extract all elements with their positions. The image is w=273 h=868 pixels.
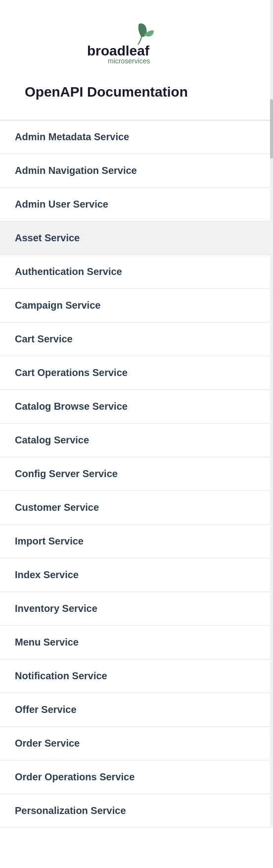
service-item-inventory[interactable]: Inventory Service [0, 592, 273, 626]
service-item-campaign[interactable]: Campaign Service [0, 289, 273, 323]
service-link-cart-operations[interactable]: Cart Operations Service [15, 367, 258, 379]
service-item-order-operations[interactable]: Order Operations Service [0, 760, 273, 794]
service-item-offer[interactable]: Offer Service [0, 693, 273, 727]
service-item-admin-user[interactable]: Admin User Service [0, 188, 273, 221]
service-link-asset[interactable]: Asset Service [15, 232, 258, 244]
service-link-order[interactable]: Order Service [15, 738, 258, 749]
service-link-catalog[interactable]: Catalog Service [15, 434, 258, 446]
service-link-offer[interactable]: Offer Service [15, 704, 258, 715]
service-link-order-operations[interactable]: Order Operations Service [15, 771, 258, 783]
logo-container: broadleaf microservices [82, 20, 191, 64]
service-link-cart[interactable]: Cart Service [15, 333, 258, 345]
service-list: Admin Metadata ServiceAdmin Navigation S… [0, 120, 273, 828]
service-item-authentication[interactable]: Authentication Service [0, 255, 273, 289]
service-item-cart-operations[interactable]: Cart Operations Service [0, 356, 273, 390]
logo-svg: broadleaf microservices [82, 20, 191, 64]
service-link-notification[interactable]: Notification Service [15, 670, 258, 682]
service-item-config-server[interactable]: Config Server Service [0, 457, 273, 491]
scrollbar-track[interactable] [270, 0, 273, 828]
service-link-catalog-browse[interactable]: Catalog Browse Service [15, 401, 258, 412]
service-link-customer[interactable]: Customer Service [15, 502, 258, 513]
service-item-customer[interactable]: Customer Service [0, 491, 273, 525]
service-item-admin-navigation[interactable]: Admin Navigation Service [0, 154, 273, 188]
svg-text:microservices: microservices [108, 57, 150, 64]
main-container: broadleaf microservices OpenAPI Document… [0, 0, 273, 828]
svg-text:broadleaf: broadleaf [87, 43, 150, 58]
service-item-catalog-browse[interactable]: Catalog Browse Service [0, 390, 273, 424]
service-link-admin-metadata[interactable]: Admin Metadata Service [15, 131, 258, 143]
service-item-import[interactable]: Import Service [0, 525, 273, 558]
service-link-config-server[interactable]: Config Server Service [15, 468, 258, 480]
service-link-index[interactable]: Index Service [15, 569, 258, 581]
scrollbar-thumb[interactable] [270, 99, 273, 159]
service-item-admin-metadata[interactable]: Admin Metadata Service [0, 120, 273, 154]
service-item-asset[interactable]: Asset Service [0, 221, 273, 255]
service-link-inventory[interactable]: Inventory Service [15, 603, 258, 614]
service-item-order[interactable]: Order Service [0, 727, 273, 760]
service-item-cart[interactable]: Cart Service [0, 323, 273, 356]
service-item-personalization[interactable]: Personalization Service [0, 794, 273, 828]
service-item-index[interactable]: Index Service [0, 558, 273, 592]
header: broadleaf microservices OpenAPI Document… [0, 0, 273, 120]
service-link-authentication[interactable]: Authentication Service [15, 266, 258, 277]
service-link-admin-user[interactable]: Admin User Service [15, 199, 258, 210]
service-link-campaign[interactable]: Campaign Service [15, 300, 258, 311]
service-link-admin-navigation[interactable]: Admin Navigation Service [15, 165, 258, 176]
service-link-personalization[interactable]: Personalization Service [15, 805, 258, 816]
service-link-import[interactable]: Import Service [15, 536, 258, 547]
service-item-menu[interactable]: Menu Service [0, 626, 273, 659]
page-title: OpenAPI Documentation [10, 79, 263, 110]
service-item-notification[interactable]: Notification Service [0, 659, 273, 693]
service-item-catalog[interactable]: Catalog Service [0, 424, 273, 457]
service-link-menu[interactable]: Menu Service [15, 637, 258, 648]
